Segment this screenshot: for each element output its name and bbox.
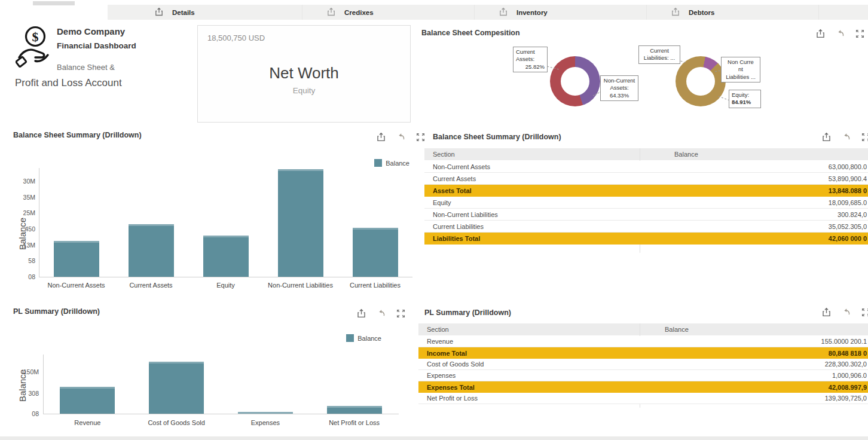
y-tick: 58 (16, 257, 35, 264)
y-tick: 08 (20, 410, 39, 417)
y-axis-label: Balance (17, 187, 27, 280)
x-axis-line (43, 414, 399, 414)
donut-callout: Current Assets: 25.82% (513, 47, 548, 72)
expand-icon[interactable] (861, 307, 868, 318)
panel-title: PL Summary (Drilldown) (424, 308, 511, 317)
undo-icon[interactable] (841, 307, 852, 318)
expand-icon[interactable] (396, 308, 407, 319)
section-cell: Net Profit or Loss (418, 395, 640, 402)
dashboard-canvas: Details Credixes Inventory Debtors $ Dem… (0, 0, 868, 440)
undo-icon[interactable] (835, 29, 846, 39)
table-row-total[interactable]: Assets Total13,848.088 0 (424, 185, 868, 197)
section-cell: Expenses (418, 372, 640, 379)
chart-legend[interactable]: Balance (346, 334, 381, 342)
balance-cell: 18,009,685.0 (640, 199, 868, 206)
tab-bar-spacer (108, 5, 130, 20)
legend-label: Balance (386, 160, 409, 167)
table-row[interactable]: Current Liabilities35,052.305,0 (424, 221, 868, 233)
table-header-row: Section Balance (418, 323, 868, 335)
export-icon (326, 7, 337, 18)
export-icon[interactable] (376, 132, 387, 143)
table-row[interactable]: Net Profit or Loss139,309,725,0 (418, 393, 868, 404)
x-axis-categories: Revenue Cost of Goods Sold Expenses Net … (43, 419, 399, 426)
category-label: Current Assets (114, 282, 188, 289)
bar-equity[interactable] (203, 236, 249, 277)
y-tick: 35M (16, 194, 35, 201)
tab-details[interactable]: Details (130, 5, 302, 20)
table-row[interactable]: Non-Current Liabilities300.824,0 (424, 209, 868, 221)
table-row[interactable]: Revenue155.0000 200.1 (418, 336, 868, 347)
export-icon[interactable] (356, 308, 367, 319)
table-row-total[interactable]: Income Total80,848 818 0 (418, 347, 868, 359)
bar-non-current-liabilities[interactable] (278, 169, 323, 277)
panel-toolbar (356, 308, 407, 319)
expand-icon[interactable] (855, 29, 866, 39)
bar-cost-of-goods-sold[interactable] (149, 362, 204, 414)
section-cell: Assets Total (424, 187, 640, 194)
balance-cell: 155.0000 200.1 (640, 338, 868, 345)
table-row[interactable]: Non-Current Assets63,000,800.0 (424, 161, 868, 173)
panel-title: Balance Sheet Summary (Drilldown) (433, 133, 561, 141)
balance-cell: 13,848.088 0 (640, 187, 868, 194)
chart-legend[interactable]: Balance (374, 159, 409, 167)
sheet-tab-bar: Details Credixes Inventory Debtors (108, 5, 868, 20)
table-row-total[interactable]: Expenses Total42,008.997,9 (418, 381, 868, 393)
tab-label: Debtors (689, 9, 714, 16)
legend-label: Balance (357, 335, 381, 342)
svg-text:$: $ (32, 29, 39, 44)
column-header-balance: Balance (640, 151, 698, 158)
table-row[interactable]: Equity18,009,685.0 (424, 197, 868, 209)
table-body: Revenue155.0000 200.1 Income Total80,848… (418, 336, 868, 404)
company-name: Demo Company (57, 26, 125, 36)
top-edge-strip (33, 1, 75, 5)
tab-inventory[interactable]: Inventory (475, 5, 647, 20)
bar-current-assets[interactable] (129, 224, 174, 277)
liabilities-donut-chart[interactable] (676, 56, 726, 106)
bottom-scroll-strip[interactable] (0, 436, 868, 440)
panel-title: Balance Sheet Compesition (421, 29, 520, 37)
undo-icon[interactable] (841, 132, 852, 143)
donut-callout: Equity: 84.91% (729, 90, 761, 108)
assets-donut-chart[interactable] (550, 56, 600, 106)
undo-icon[interactable] (396, 132, 407, 143)
section-cell: Liabilities Total (424, 235, 640, 242)
section-cell: Cost of Goods Sold (418, 360, 640, 368)
export-icon (154, 7, 165, 18)
tab-label: Inventory (516, 9, 548, 16)
bar-revenue[interactable] (60, 387, 115, 414)
callout-connector (718, 96, 729, 101)
balance-cell: 35,052.305,0 (640, 223, 868, 230)
expand-icon[interactable] (861, 132, 868, 143)
export-icon[interactable] (821, 307, 832, 318)
bar-current-liabilities[interactable] (353, 228, 398, 277)
table-row[interactable]: Current Assets53,890,900.4 (424, 173, 868, 185)
section-cell: Non-Current Liabilities (424, 211, 640, 218)
category-label: Non-Current Assets (39, 282, 114, 289)
table-row-total[interactable]: Liabilities Total42,060 000 0 (424, 233, 868, 245)
pl-summary-table-panel: PL Summary (Drilldown) Section Balance R… (418, 302, 868, 436)
y-tick: 13M (16, 242, 35, 249)
table-row[interactable]: Expenses1,000,906.0 (418, 370, 868, 381)
category-label: Cost of Goods Sold (132, 419, 221, 426)
bar-net-profit-or-loss[interactable] (327, 406, 382, 414)
balance-cell: 42,008.997,9 (640, 384, 868, 391)
tab-debtors[interactable]: Debtors (647, 5, 819, 20)
undo-icon[interactable] (376, 308, 387, 319)
section-cell: Income Total (418, 350, 640, 357)
dashboard-subtitle-line1: Balance Sheet & (57, 63, 115, 72)
y-axis-label: Balance (17, 359, 27, 412)
table-row[interactable]: Cost of Goods Sold228,300.302,0 (418, 359, 868, 370)
column-header-section: Section (418, 326, 640, 333)
section-cell: Expenses Total (418, 384, 640, 391)
table-body: Non-Current Assets63,000,800.0 Current A… (424, 161, 868, 245)
export-icon (671, 7, 681, 18)
export-icon[interactable] (821, 132, 832, 143)
donut-callout: Non-Current Assets: 64.33% (600, 75, 638, 101)
export-icon[interactable] (815, 29, 826, 39)
tab-credixes[interactable]: Credixes (302, 5, 475, 20)
balance-sheet-summary-chart-panel: Balance Sheet Summary (Drilldown) Balanc… (9, 127, 420, 298)
y-tick: 450 (16, 225, 35, 233)
table-header-row: Section Balance (424, 148, 868, 160)
y-tick: 308 (20, 390, 39, 397)
bar-non-current-assets[interactable] (54, 241, 99, 277)
